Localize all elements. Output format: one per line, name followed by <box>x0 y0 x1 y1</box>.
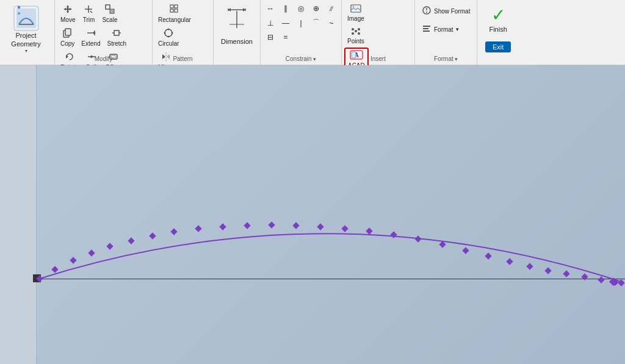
modify-row2: Copy Extend Stretch <box>57 26 150 49</box>
coincident-button[interactable]: ↔ <box>263 2 278 15</box>
perp-button[interactable]: ⊥ <box>263 16 278 30</box>
show-format-label: Show Format <box>434 8 470 15</box>
svg-rect-16 <box>114 30 119 35</box>
image-button[interactable]: Image <box>344 2 367 24</box>
exit-button[interactable]: Exit <box>485 41 511 52</box>
circular-button[interactable]: Circular <box>155 26 182 49</box>
extend-icon <box>86 28 96 39</box>
format-row2: Format ▾ <box>417 21 474 38</box>
points-button[interactable]: Points <box>344 25 367 46</box>
tangent-icon: ⌒ <box>312 18 320 28</box>
rectangular-button[interactable]: Rectangular <box>155 2 194 25</box>
ribbon: Project Geometry ▾ Move Trim <box>0 0 625 65</box>
show-format-icon <box>422 5 432 16</box>
svg-marker-4 <box>18 12 20 15</box>
copy-label: Copy <box>60 40 74 47</box>
copy-icon <box>63 28 73 39</box>
smooth-icon: ~ <box>329 19 333 27</box>
project-geometry-icon <box>13 5 40 32</box>
symmetric-icon: ⊟ <box>267 33 273 41</box>
svg-rect-59 <box>423 30 430 32</box>
scale-button[interactable]: Scale <box>99 2 120 25</box>
format-section-label: Format <box>415 55 477 62</box>
format-dropdown-arrow: ▾ <box>456 26 459 32</box>
pattern-row1: Rectangular <box>155 2 211 25</box>
svg-rect-64 <box>106 243 113 249</box>
svg-rect-71 <box>268 221 275 228</box>
svg-rect-69 <box>219 223 226 230</box>
extend-label: Extend <box>81 40 100 47</box>
parallel-button[interactable]: ⫽ <box>324 2 339 15</box>
modify-section: Move Trim Scale Copy <box>55 0 153 65</box>
pattern-section: Rectangular Circular Mirror Pattern <box>153 0 214 65</box>
insert-row1: Image <box>344 2 412 24</box>
svg-rect-61 <box>51 266 58 273</box>
pattern-row2: Circular <box>155 26 211 49</box>
dimension-icon <box>226 5 248 35</box>
svg-rect-58 <box>423 28 428 29</box>
project-geometry-section: Project Geometry ▾ <box>0 0 55 65</box>
fix-button[interactable]: ⊕ <box>309 2 323 15</box>
vertical-button[interactable]: | <box>294 16 308 30</box>
smooth-button[interactable]: ~ <box>324 16 339 30</box>
modify-row1: Move Trim Scale <box>57 2 150 25</box>
svg-rect-75 <box>366 227 372 234</box>
tangent-button[interactable]: ⌒ <box>309 16 323 30</box>
svg-point-33 <box>164 32 166 34</box>
svg-rect-27 <box>170 9 173 12</box>
svg-marker-42 <box>228 8 231 12</box>
equal-icon: = <box>283 33 287 41</box>
svg-rect-25 <box>170 5 173 8</box>
symmetric-button[interactable]: ⊟ <box>263 31 278 43</box>
arc-diamonds <box>37 221 625 286</box>
fix-icon: ⊕ <box>313 4 319 13</box>
constrain-row3: ⊟ = <box>263 31 339 43</box>
vertical-icon: | <box>300 19 302 27</box>
svg-rect-74 <box>341 225 348 232</box>
svg-point-45 <box>352 6 354 8</box>
image-label: Image <box>347 15 364 22</box>
show-format-button[interactable]: Show Format <box>417 2 474 20</box>
collinear-button[interactable]: ∥ <box>278 2 293 15</box>
scale-label: Scale <box>102 16 117 23</box>
svg-marker-3 <box>18 6 20 9</box>
svg-point-31 <box>172 32 173 34</box>
finish-checkmark-icon: ✓ <box>491 7 505 24</box>
svg-rect-60 <box>37 275 43 282</box>
concentric-button[interactable]: ◎ <box>294 2 308 15</box>
equal-button[interactable]: = <box>278 31 293 43</box>
svg-marker-5 <box>63 5 72 13</box>
svg-rect-80 <box>485 252 491 259</box>
copy-button[interactable]: Copy <box>57 26 78 49</box>
move-button[interactable]: Move <box>57 2 78 25</box>
scale-icon <box>105 4 115 15</box>
svg-rect-28 <box>175 9 178 12</box>
constrain-section: ↔ ∥ ◎ ⊕ ⫽ ⊥ — | <box>261 0 342 65</box>
svg-rect-77 <box>414 235 421 242</box>
concentric-icon: ◎ <box>298 4 304 13</box>
trim-button[interactable]: Trim <box>79 2 98 25</box>
project-geometry-button[interactable]: Project Geometry ▾ <box>2 2 49 55</box>
move-icon <box>63 4 73 15</box>
arc-svg <box>37 65 625 364</box>
horizontal-button[interactable]: — <box>278 16 293 30</box>
dimension-button[interactable]: Dimension <box>219 2 255 48</box>
finish-button[interactable]: ✓ Finish <box>483 4 512 36</box>
points-icon <box>350 27 361 37</box>
svg-rect-67 <box>170 228 177 235</box>
perp-icon: ⊥ <box>267 19 273 27</box>
svg-rect-73 <box>317 223 323 230</box>
circular-label: Circular <box>158 40 179 47</box>
circular-icon <box>164 28 173 39</box>
svg-rect-63 <box>88 249 95 256</box>
svg-rect-84 <box>563 270 569 277</box>
trim-label: Trim <box>83 16 95 23</box>
svg-rect-81 <box>506 258 513 265</box>
stretch-button[interactable]: Stretch <box>104 26 130 49</box>
rectangular-label: Rectangular <box>158 16 191 23</box>
svg-rect-9 <box>106 5 110 9</box>
format-button[interactable]: Format ▾ <box>417 21 463 38</box>
svg-marker-43 <box>243 8 245 12</box>
svg-rect-83 <box>544 267 551 274</box>
extend-button[interactable]: Extend <box>78 26 103 49</box>
